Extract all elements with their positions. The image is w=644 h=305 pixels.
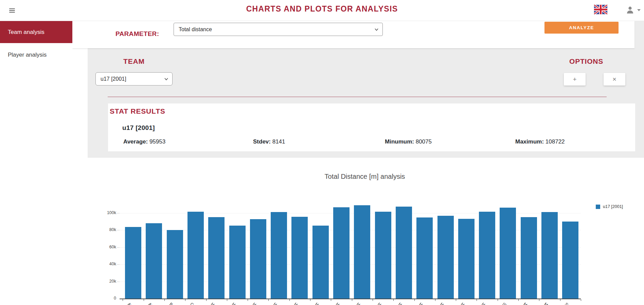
chevron-down-icon xyxy=(164,78,167,81)
x-tick xyxy=(206,299,207,301)
x-tick xyxy=(331,299,331,301)
section-divider xyxy=(108,97,607,97)
bar-Hu[interactable] xyxy=(437,216,454,299)
x-tick xyxy=(393,299,394,301)
add-team-button[interactable]: + xyxy=(564,73,586,85)
x-tick xyxy=(477,299,477,301)
x-tick xyxy=(581,299,581,301)
user-menu[interactable] xyxy=(626,5,641,15)
bar-ISo[interactable] xyxy=(500,208,516,299)
bar-Hu[interactable] xyxy=(312,226,329,299)
app-header: CHARTS AND PLOTS FOR ANALYSIS xyxy=(0,0,644,21)
chevron-down-icon xyxy=(637,9,641,11)
stat-value: 108722 xyxy=(545,138,565,145)
x-tick xyxy=(185,299,185,301)
y-axis-tick-label: 20k xyxy=(101,279,116,284)
x-tick xyxy=(227,299,227,301)
sidebar-item-player-analysis[interactable]: Player analysis xyxy=(0,43,72,67)
team-heading: TEAM xyxy=(123,57,145,65)
parameter-card: PARAMETER: Total distance ANALYZE xyxy=(72,21,634,48)
y-axis-tick-label: 60k xyxy=(101,245,116,249)
y-axis-tick-label: 80k xyxy=(101,227,116,232)
y-axis-tick-label: 40k xyxy=(101,262,116,266)
x-tick xyxy=(268,299,269,301)
bar-Ma[interactable] xyxy=(541,212,558,299)
team-select[interactable]: u17 [2001] xyxy=(95,72,173,85)
chart-legend[interactable]: u17 [2001] xyxy=(596,204,623,209)
y-axis-tick-label: 0 xyxy=(101,296,116,301)
x-tick xyxy=(539,299,539,301)
y-tick xyxy=(117,264,120,265)
app-title: CHARTS AND PLOTS FOR ANALYSIS xyxy=(0,4,644,14)
remove-team-button[interactable]: ✕ xyxy=(604,73,625,85)
stat-label: Minumum: xyxy=(385,138,414,145)
person-icon xyxy=(626,5,634,14)
stat-value: 8141 xyxy=(272,138,285,145)
x-axis-line xyxy=(120,299,581,299)
x-tick xyxy=(560,299,560,301)
analyze-button[interactable]: ANALYZE xyxy=(544,22,619,34)
x-tick xyxy=(123,299,123,301)
x-tick xyxy=(435,299,435,301)
x-tick xyxy=(144,299,144,301)
app-root: CHARTS AND PLOTS FOR ANALYSIS Team analy… xyxy=(0,0,644,305)
y-axis-tick-label: 100k xyxy=(101,210,116,215)
stat-maximum: Maximum: 108722 xyxy=(515,138,565,145)
stat-results-heading: STAT RESULTS xyxy=(110,107,165,115)
bar-Hu[interactable] xyxy=(229,226,246,299)
stat-minimum: Minumum: 80075 xyxy=(385,138,432,145)
sidebar: Team analysis Player analysis xyxy=(0,21,72,305)
bar-Hu[interactable] xyxy=(354,205,370,299)
y-tick xyxy=(117,247,120,248)
bar-Be[interactable] xyxy=(167,230,183,299)
bar-Ma[interactable] xyxy=(521,217,537,299)
bar-Hu[interactable] xyxy=(250,219,266,299)
stats-team-name: u17 [2001] xyxy=(122,124,155,132)
parameter-select[interactable]: Total distance xyxy=(174,23,383,36)
x-tick xyxy=(289,299,290,301)
parameter-label: PARAMETER: xyxy=(115,30,159,38)
x-tick xyxy=(498,299,498,301)
y-tick xyxy=(117,213,120,213)
bar-Hu[interactable] xyxy=(416,217,433,299)
x-tick xyxy=(248,299,248,301)
stat-stdev: Stdev: 8141 xyxy=(253,138,285,145)
bar-Hu[interactable] xyxy=(375,212,391,299)
stat-label: Stdev: xyxy=(253,138,271,145)
bar-Hu[interactable] xyxy=(208,217,225,299)
bar-Ap[interactable] xyxy=(125,227,141,299)
stat-label: Maximum: xyxy=(515,138,544,145)
stat-average: Average: 95953 xyxy=(123,138,165,145)
x-tick xyxy=(373,299,373,301)
uk-flag-icon[interactable] xyxy=(594,5,607,14)
stat-value: 80075 xyxy=(416,138,432,145)
parameter-select-value: Total distance xyxy=(179,26,212,33)
bar-Hu[interactable] xyxy=(271,212,287,299)
legend-swatch xyxy=(596,205,600,209)
x-tick xyxy=(164,299,165,301)
sidebar-item-team-analysis[interactable]: Team analysis xyxy=(0,21,72,43)
stat-value: 95953 xyxy=(149,138,165,145)
team-select-value: u17 [2001] xyxy=(101,76,126,82)
x-tick xyxy=(456,299,456,301)
bar-Hu[interactable] xyxy=(396,207,412,299)
legend-label: u17 [2001] xyxy=(603,204,623,209)
x-tick xyxy=(414,299,415,301)
bar-Spa[interactable] xyxy=(562,222,578,299)
stat-label: Average: xyxy=(123,138,148,145)
bar-Hu[interactable] xyxy=(291,217,308,299)
x-tick xyxy=(352,299,352,301)
x-tick xyxy=(518,299,519,301)
bar-Hu[interactable] xyxy=(479,212,495,299)
y-tick xyxy=(117,282,120,282)
x-tick xyxy=(310,299,310,301)
options-heading: OPTIONS xyxy=(569,57,603,65)
chevron-down-icon xyxy=(375,28,378,31)
chart-title: Total Distance [m] analysis xyxy=(229,173,501,180)
bar-Co[interactable] xyxy=(187,212,204,299)
y-tick xyxy=(117,230,120,230)
bar-Hu[interactable] xyxy=(458,219,475,299)
bar-Ap[interactable] xyxy=(146,223,162,299)
bar-Hu[interactable] xyxy=(333,207,350,299)
stat-results-card: STAT RESULTS u17 [2001] Average: 95953 S… xyxy=(108,103,635,151)
